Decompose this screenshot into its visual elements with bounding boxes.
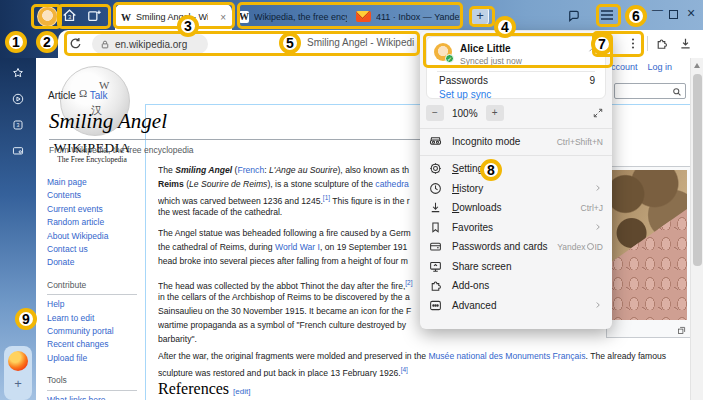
sidebar-link-random-article[interactable]: Random article xyxy=(47,216,143,229)
menu-hamburger-icon[interactable] xyxy=(600,9,614,21)
downloads-tray-icon[interactable] xyxy=(678,36,693,51)
log-in-link[interactable]: Log in xyxy=(647,62,672,72)
tab-wikipedia-main[interactable]: W Wikipedia, the free encyclop xyxy=(235,3,351,30)
tab-talk[interactable]: Talk xyxy=(90,90,108,101)
gear-icon xyxy=(428,161,443,176)
menu-item-label: History xyxy=(452,183,483,194)
address-bar-page-title: Smiling Angel - Wikipedi xyxy=(307,37,414,48)
menu-item-favorites[interactable]: Favorites xyxy=(420,218,612,238)
incognito-mask-icon xyxy=(428,134,443,149)
text-line: Reims (Le Sourire de Reims), is a stone … xyxy=(158,177,423,191)
menu-item-downloads[interactable]: DownloadsCtrl+J xyxy=(420,198,612,218)
passwords-row[interactable]: Passwords 9 xyxy=(439,75,595,86)
refresh-icon[interactable] xyxy=(68,36,83,51)
annotation-circle-3: 3 xyxy=(177,15,199,37)
lock-icon xyxy=(100,39,110,50)
new-tab-button[interactable]: + xyxy=(471,7,489,25)
zoom-out-button[interactable]: − xyxy=(426,105,444,121)
card-divider xyxy=(437,71,595,72)
menu-item-label: Passwords and cards xyxy=(452,241,548,252)
menu-item-history[interactable]: History xyxy=(420,179,612,199)
menu-item-advanced[interactable]: Advanced xyxy=(420,296,612,316)
home-icon[interactable]: 3 xyxy=(61,7,78,24)
menu-item-settings[interactable]: Settings xyxy=(420,159,612,179)
wiki-link[interactable]: cathedra xyxy=(375,179,408,189)
screencast-device-icon[interactable] xyxy=(11,144,25,158)
tab-article[interactable]: Article xyxy=(48,90,76,101)
new-tab-group-icon[interactable] xyxy=(86,7,103,24)
menu-item-label: Share screen xyxy=(452,261,511,272)
sidebar-link-learn-to-edit[interactable]: Learn to edit xyxy=(47,312,143,325)
menu-divider xyxy=(420,155,612,156)
zoom-in-button[interactable]: + xyxy=(486,105,504,121)
menu-item-label: Add-ons xyxy=(452,280,489,291)
tab-close-icon[interactable]: × xyxy=(220,12,226,23)
menu-item-label: Downloads xyxy=(452,202,502,213)
edit-link[interactable]: [edit] xyxy=(233,387,250,396)
text-line: in the cellars of the Archbishop of Reim… xyxy=(158,290,423,304)
wikipedia-favicon: W xyxy=(121,12,131,23)
text-line: which was carved between 1236 and 1245.[… xyxy=(158,191,423,205)
sidebar-link-about-wikipedia[interactable]: About Wikipedia xyxy=(47,230,143,243)
sidebar-link-contact-us[interactable]: Contact us xyxy=(47,243,143,256)
article-paragraph-4: After the war, the original fragments we… xyxy=(158,349,691,377)
wallet-icon xyxy=(428,239,443,254)
wiki-link[interactable]: French xyxy=(237,165,264,175)
menu-item-shortcut: Ctrl+Shift+N xyxy=(557,137,603,147)
sidebar-link-recent-changes[interactable]: Recent changes xyxy=(47,338,143,351)
menu-item-incognito[interactable]: Incognito mode Ctrl+Shift+N xyxy=(420,132,612,152)
tab-yandex-mail[interactable]: 411 · Inbox — Yandex Mail xyxy=(354,3,462,30)
menu-item-passwords-and-cards[interactable]: Passwords and cardsYandexID xyxy=(420,237,612,257)
smiling-angel-image[interactable] xyxy=(610,170,687,320)
set-up-sync-link[interactable]: Set up sync xyxy=(439,89,491,100)
sidebar-link-help[interactable]: Help xyxy=(47,298,143,311)
menu-divider xyxy=(420,128,612,129)
page-scrollbar[interactable] xyxy=(690,58,703,400)
menu-item-add-ons[interactable]: Add-ons xyxy=(420,276,612,296)
text-line: After the war, the original fragments we… xyxy=(158,349,691,363)
sidebar-link-upload-file[interactable]: Upload file xyxy=(47,352,143,365)
search-icon xyxy=(671,86,683,98)
kebab-menu-icon[interactable] xyxy=(626,36,640,51)
text-line: wartime propaganda as a symbol of "Frenc… xyxy=(158,318,423,332)
window-minimize-button[interactable]: — xyxy=(652,3,663,15)
scrollbar-up-arrow[interactable] xyxy=(694,63,700,68)
sidebar-link-main-page[interactable]: Main page xyxy=(47,176,143,189)
extensions-puzzle-icon[interactable] xyxy=(654,36,669,51)
sidebar-link-community-portal[interactable]: Community portal xyxy=(47,325,143,338)
text-line: The head was collected by the abbot Thin… xyxy=(158,276,423,290)
sidebar-link-donate[interactable]: Donate xyxy=(47,256,143,269)
wikipedia-search-input[interactable] xyxy=(614,83,686,99)
window-maximize-button[interactable] xyxy=(669,10,678,19)
favorites-star-icon[interactable] xyxy=(11,66,25,80)
yandex-browser-logo[interactable] xyxy=(8,351,28,371)
browser-sidebar: 3 + xyxy=(0,58,36,400)
image-expand-icon[interactable] xyxy=(677,326,686,335)
puzzle-icon xyxy=(428,278,443,293)
notifications-icon[interactable] xyxy=(566,8,581,23)
sidebar-link-contents[interactable]: Contents xyxy=(47,189,143,202)
scrollbar-thumb[interactable] xyxy=(693,74,702,266)
media-play-icon[interactable] xyxy=(11,92,25,106)
sidebar-add-icon[interactable]: + xyxy=(12,378,24,390)
fullscreen-icon[interactable] xyxy=(592,107,604,119)
sidebar-link-what-links-here[interactable]: What links here xyxy=(47,394,143,400)
wiki-link[interactable]: World War I xyxy=(275,242,320,252)
window-close-button[interactable]: × xyxy=(687,5,695,21)
profile-card[interactable]: ✓ Alice Little Synced just now Passwords… xyxy=(426,36,606,99)
wikipedia-tagline: The Free Encyclopedia xyxy=(36,155,148,164)
references-heading: References [edit] xyxy=(158,380,688,400)
toolbar-separator xyxy=(647,36,648,51)
tab-smiling-angel[interactable]: W Smiling Angel - Wi × xyxy=(115,4,232,30)
profile-avatar-icon[interactable] xyxy=(37,6,58,27)
sync-check-badge: ✓ xyxy=(445,54,454,63)
zoom-controls: − 100% + xyxy=(426,104,604,122)
url-chip[interactable]: en.wikipedia.org xyxy=(92,34,208,54)
passwords-label: Passwords xyxy=(439,75,488,86)
text-line: The Angel statue was beheaded following … xyxy=(158,226,423,240)
menu-item-share-screen[interactable]: Share screen xyxy=(420,257,612,277)
tab-counter-icon[interactable]: 3 xyxy=(11,118,25,132)
sidebar-link-current-events[interactable]: Current events xyxy=(47,203,143,216)
wiki-link[interactable]: Musée national des Monuments Français xyxy=(428,351,585,361)
ellipsis-icon xyxy=(428,298,443,313)
